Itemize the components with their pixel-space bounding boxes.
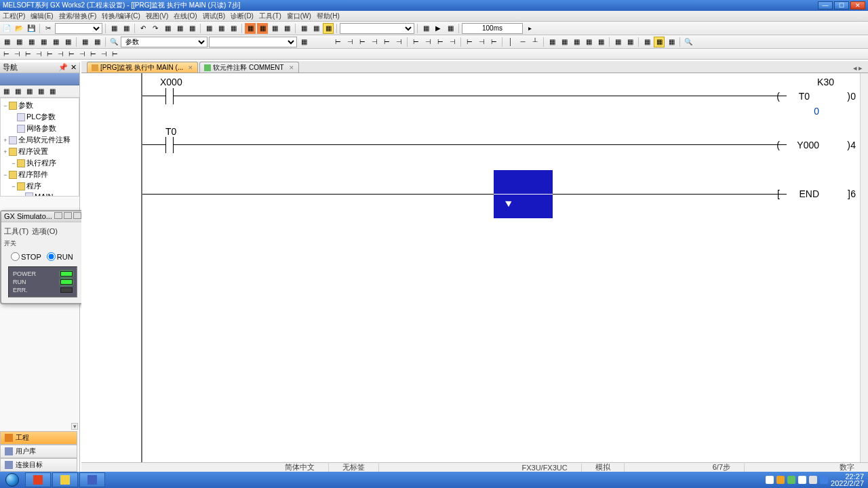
tb-n[interactable]: ▦ <box>281 23 292 34</box>
tray-icon-3[interactable] <box>787 476 795 484</box>
search-combo-2[interactable] <box>209 37 297 47</box>
t2-w[interactable]: │ <box>505 37 516 47</box>
t3-e[interactable]: ⊢ <box>45 50 54 58</box>
tb-m[interactable]: ▦ <box>269 23 280 34</box>
menu-tools[interactable]: 工具(T) <box>259 12 281 21</box>
tb-h[interactable]: ▦ <box>203 23 214 34</box>
nav-tb-e[interactable]: ▦ <box>47 87 57 96</box>
menu-online[interactable]: 在线(O) <box>174 12 197 21</box>
t2-a[interactable]: ▦ <box>1 37 12 47</box>
minimize-button[interactable]: — <box>818 1 833 9</box>
t3-f[interactable]: ⊣ <box>56 50 65 58</box>
t2-q[interactable]: ⊣ <box>422 37 433 47</box>
document-tab[interactable]: 软元件注释 COMMENT✕ <box>199 62 298 73</box>
tb-k[interactable]: ▦ <box>245 23 256 34</box>
find-icon[interactable]: 🔍 <box>108 37 119 47</box>
tab-close-icon[interactable]: ✕ <box>188 64 193 71</box>
t3-h[interactable]: ⊣ <box>77 50 87 58</box>
t2-aa[interactable]: ▦ <box>559 37 570 47</box>
tb-f[interactable]: ▦ <box>174 23 185 34</box>
t2-g[interactable]: ▦ <box>79 37 90 47</box>
tb-j[interactable]: ▦ <box>228 23 239 34</box>
tb-q[interactable]: ▦ <box>323 23 334 34</box>
left-tab[interactable]: 用户库 <box>0 445 77 458</box>
tab-close-icon[interactable]: ✕ <box>289 64 294 71</box>
tab-next-icon[interactable]: ▸ <box>859 64 863 73</box>
save-button[interactable]: 💾 <box>26 23 37 34</box>
search-combo[interactable]: 参数 <box>121 37 208 47</box>
tree-item[interactable]: +全局软元件注释 <box>2 134 77 146</box>
ladder-canvas[interactable]: 0 X000 ( T0 K30 0 ) 4 T0 ( Y000 ) 6 [ EN… <box>81 73 860 472</box>
t2-c[interactable]: ▦ <box>26 37 37 47</box>
t3-a[interactable]: ⊢ <box>1 50 11 58</box>
left-tab[interactable]: 工程 <box>0 431 77 445</box>
tree-item[interactable]: PLC参数 <box>2 111 77 123</box>
menu-project[interactable]: 工程(P) <box>3 12 25 21</box>
tray-icon-1[interactable] <box>766 476 774 484</box>
taskbar-clock[interactable]: 22:27 2022/2/27 <box>831 473 864 487</box>
tb-a[interactable]: ▦ <box>108 23 119 34</box>
t2-t[interactable]: ⊢ <box>464 37 475 47</box>
maximize-button[interactable]: ☐ <box>834 1 849 9</box>
sim-stop-radio[interactable]: STOP <box>11 252 41 261</box>
t3-j[interactable]: ⊣ <box>99 50 108 58</box>
menu-view[interactable]: 视图(V) <box>146 12 168 21</box>
menu-diagnose[interactable]: 诊断(D) <box>231 12 254 21</box>
tray-icon-2[interactable] <box>776 476 785 484</box>
nav-tb-d[interactable]: ▦ <box>36 87 45 96</box>
t2-n[interactable]: ⊢ <box>381 37 392 47</box>
panel-handle[interactable]: ▾ <box>71 423 78 430</box>
zoom-icon[interactable]: 🔍 <box>683 37 694 47</box>
taskbar-item-2[interactable] <box>52 472 78 487</box>
close-button[interactable]: ✕ <box>850 1 865 9</box>
t3-g[interactable]: ⊢ <box>66 50 76 58</box>
vertical-scrollbar[interactable] <box>860 73 868 472</box>
tree-item[interactable]: −程序部件 <box>2 169 77 180</box>
menu-edit[interactable]: 编辑(E) <box>31 12 53 21</box>
t2-i[interactable]: ▦ <box>298 37 309 47</box>
tb-r[interactable]: ▦ <box>420 23 431 34</box>
menu-help[interactable]: 帮助(H) <box>317 12 340 21</box>
sim-menu-options[interactable]: 选项(O) <box>32 227 58 235</box>
t2-m[interactable]: ⊣ <box>369 37 380 47</box>
tray-icon-4[interactable] <box>798 476 806 484</box>
nav-tb-c[interactable]: ▦ <box>24 87 34 96</box>
cut-button[interactable]: ✂ <box>43 23 54 34</box>
t2-y[interactable]: ┴ <box>530 37 540 47</box>
t2-h[interactable]: ▦ <box>92 37 102 47</box>
tb-g[interactable]: ▦ <box>186 23 197 34</box>
t2-ab[interactable]: ▦ <box>571 37 582 47</box>
sim-max-button[interactable] <box>64 212 72 219</box>
t2-e[interactable]: ▦ <box>50 37 61 47</box>
tab-prev-icon[interactable]: ◂ <box>853 64 857 73</box>
t2-d[interactable]: ▦ <box>38 37 49 47</box>
t3-k[interactable]: ⊢ <box>110 50 119 58</box>
contact-t0[interactable] <box>163 137 176 153</box>
tree-item[interactable]: −程序 <box>2 180 77 192</box>
combo-2[interactable] <box>340 23 414 34</box>
t2-k[interactable]: ⊣ <box>344 37 355 47</box>
t2-x[interactable]: ─ <box>517 37 528 47</box>
t3-d[interactable]: ⊣ <box>34 50 43 58</box>
t2-ai[interactable]: ▦ <box>666 37 677 47</box>
tb-c[interactable]: ↶ <box>138 23 149 34</box>
simulator-titlebar[interactable]: GX Simulato... <box>1 211 84 222</box>
t2-af[interactable]: ▦ <box>625 37 635 47</box>
t3-i[interactable]: ⊢ <box>88 50 98 58</box>
t2-b[interactable]: ▦ <box>14 37 24 47</box>
nav-tb-b[interactable]: ▦ <box>13 87 22 96</box>
taskbar-item-1[interactable] <box>25 472 51 487</box>
tb-t[interactable]: ▦ <box>445 23 456 34</box>
menu-window[interactable]: 窗口(W) <box>287 12 311 21</box>
t3-c[interactable]: ⊢ <box>23 50 33 58</box>
pin-icon[interactable]: 📌 <box>58 63 68 72</box>
tb-s[interactable]: ▶ <box>433 23 443 34</box>
menu-search[interactable]: 搜索/替换(F) <box>59 12 97 21</box>
t2-s[interactable]: ⊣ <box>447 37 458 47</box>
tb-u[interactable]: ▸ <box>524 23 535 34</box>
t2-ae[interactable]: ▦ <box>612 37 623 47</box>
tree-item[interactable]: 网络参数 <box>2 123 77 134</box>
sim-run-radio[interactable]: RUN <box>47 252 73 261</box>
t2-v[interactable]: ⊢ <box>488 37 499 47</box>
t2-ah[interactable]: ▦ <box>654 37 665 47</box>
